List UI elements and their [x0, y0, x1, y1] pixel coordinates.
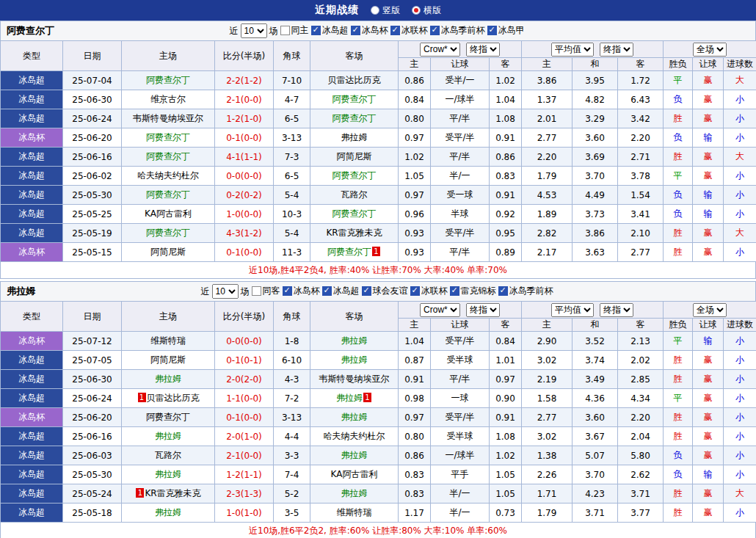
- score-cell[interactable]: 1-0(0-0): [215, 205, 274, 224]
- home-team-cell[interactable]: 维斯特瑞: [122, 332, 215, 351]
- euro-time-select[interactable]: 终指: [600, 43, 633, 57]
- home-team-cell[interactable]: 阿费查尔丁: [122, 408, 215, 427]
- away-team-cell[interactable]: 阿费查尔丁1: [310, 243, 399, 262]
- league-filter-checkbox[interactable]: [430, 26, 440, 35]
- away-team-cell[interactable]: KA阿古雷利: [310, 465, 399, 484]
- layout-option-horizontal[interactable]: 横版: [412, 4, 441, 17]
- away-team-cell[interactable]: 维斯特瑞: [310, 504, 399, 523]
- league-filter-checkbox[interactable]: [252, 286, 261, 296]
- league-filter[interactable]: 冰岛杯: [283, 285, 320, 297]
- league-filter[interactable]: 冰岛季前杯: [430, 24, 485, 37]
- score-cell[interactable]: 2-2(1-2): [215, 71, 274, 90]
- score-cell[interactable]: 0-1(0-0): [215, 128, 274, 148]
- odds-time-select[interactable]: 终指: [466, 303, 500, 317]
- score-cell[interactable]: 0-2(0-2): [215, 186, 274, 205]
- league-filter[interactable]: 冰联杯: [390, 24, 428, 37]
- league-filter-checkbox[interactable]: [390, 26, 400, 35]
- league-filter[interactable]: 冰岛超: [311, 24, 349, 37]
- away-team-cell[interactable]: 哈夫纳夫约杜尔: [310, 427, 399, 446]
- home-team-cell[interactable]: 1贝雷达比历克: [122, 389, 215, 408]
- euro-time-select[interactable]: 终指: [600, 303, 633, 317]
- away-team-cell[interactable]: 阿简尼斯: [310, 148, 399, 167]
- home-team-cell[interactable]: 哈夫纳夫约杜尔: [122, 167, 215, 186]
- away-team-cell[interactable]: 弗拉姆1: [310, 389, 399, 408]
- score-cell[interactable]: 2-0(2-0): [215, 370, 274, 389]
- home-team-cell[interactable]: 弗拉姆: [122, 427, 215, 446]
- home-team-cell[interactable]: 阿简尼斯: [122, 243, 215, 262]
- away-team-cell[interactable]: KR雷克雅未克: [310, 224, 399, 243]
- league-filter-checkbox[interactable]: [487, 26, 497, 35]
- away-team-cell[interactable]: 阿费查尔丁: [310, 90, 399, 109]
- scope-select[interactable]: 全场: [693, 303, 727, 317]
- home-team-cell[interactable]: KA阿古雷利: [122, 205, 215, 224]
- score-cell[interactable]: 2-1(0-0): [215, 90, 274, 109]
- score-cell[interactable]: 4-3(1-2): [215, 224, 274, 243]
- home-team-cell[interactable]: 1KR雷克雅未克: [122, 484, 215, 504]
- score-cell[interactable]: 1-2(1-0): [215, 109, 274, 128]
- home-team-cell[interactable]: 阿费查尔丁: [122, 224, 215, 243]
- league-filter[interactable]: 同主: [280, 24, 309, 37]
- odds-company-select[interactable]: Crow*: [420, 303, 460, 317]
- league-filter-checkbox[interactable]: [322, 286, 332, 296]
- away-team-cell[interactable]: 弗拉姆: [310, 332, 399, 351]
- home-team-cell[interactable]: 阿费查尔丁: [122, 148, 215, 167]
- league-filter[interactable]: 冰联杯: [410, 285, 448, 297]
- home-team-cell[interactable]: 阿费查尔丁: [122, 128, 215, 148]
- score-cell[interactable]: 2-0(1-0): [215, 427, 274, 446]
- league-filter-checkbox[interactable]: [280, 26, 290, 35]
- away-team-cell[interactable]: 弗拉姆: [310, 484, 399, 504]
- away-team-cell[interactable]: 瓦路尔: [310, 186, 399, 205]
- euro-company-select[interactable]: 平均值: [551, 43, 594, 57]
- league-filter-checkbox[interactable]: [450, 286, 459, 296]
- score-cell[interactable]: 1-1(0-0): [215, 389, 274, 408]
- league-filter[interactable]: 冰岛超: [322, 285, 360, 297]
- scope-select[interactable]: 全场: [693, 43, 727, 57]
- away-team-cell[interactable]: 弗拉姆: [310, 408, 399, 427]
- league-filter[interactable]: 冰岛甲: [487, 24, 525, 37]
- league-filter[interactable]: 冰岛杯: [351, 24, 388, 37]
- league-filter[interactable]: 球会友谊: [362, 285, 408, 297]
- home-team-cell[interactable]: 瓦路尔: [122, 446, 215, 465]
- home-team-cell[interactable]: 阿费查尔丁: [122, 186, 215, 205]
- league-filter-checkbox[interactable]: [283, 286, 292, 296]
- league-filter-checkbox[interactable]: [311, 26, 321, 35]
- home-team-cell[interactable]: 弗拉姆: [122, 465, 215, 484]
- home-team-cell[interactable]: 阿简尼斯: [122, 351, 215, 370]
- away-team-cell[interactable]: 弗拉姆: [310, 128, 399, 148]
- home-team-cell[interactable]: 弗拉姆: [122, 370, 215, 389]
- league-filter-checkbox[interactable]: [410, 286, 420, 296]
- league-filter-checkbox[interactable]: [498, 286, 508, 296]
- away-team-cell[interactable]: 阿费查尔丁: [310, 167, 399, 186]
- away-team-cell[interactable]: 阿费查尔丁: [310, 109, 399, 128]
- vertical-layout-radio[interactable]: [371, 6, 379, 15]
- score-cell[interactable]: 1-0(1-0): [215, 504, 274, 523]
- home-team-cell[interactable]: 弗拉姆: [122, 504, 215, 523]
- score-cell[interactable]: 2-3(1-3): [215, 484, 274, 504]
- match-count-select[interactable]: 10: [212, 284, 239, 299]
- home-team-cell[interactable]: 维京古尔: [122, 90, 215, 109]
- league-filter-checkbox[interactable]: [351, 26, 360, 35]
- layout-option-vertical[interactable]: 竖版: [371, 4, 400, 17]
- score-cell[interactable]: 0-0(0-0): [215, 167, 274, 186]
- score-cell[interactable]: 0-1(0-0): [215, 408, 274, 427]
- odds-time-select[interactable]: 终指: [466, 43, 500, 57]
- league-filter-checkbox[interactable]: [362, 286, 371, 296]
- euro-company-select[interactable]: 平均值: [551, 303, 594, 317]
- league-filter[interactable]: 雷克锦标: [450, 285, 496, 297]
- match-count-select[interactable]: 10: [241, 23, 267, 38]
- away-team-cell[interactable]: 韦斯特曼纳埃亚尔: [310, 370, 399, 389]
- odds-company-select[interactable]: Crow*: [420, 43, 460, 57]
- home-team-cell[interactable]: 韦斯特曼纳埃亚尔: [122, 109, 215, 128]
- away-team-cell[interactable]: 贝雷达比历克: [310, 71, 399, 90]
- horizontal-layout-radio[interactable]: [412, 6, 421, 15]
- home-team-cell[interactable]: 阿费查尔丁: [122, 71, 215, 90]
- score-cell[interactable]: 4-1(1-1): [215, 148, 274, 167]
- away-team-cell[interactable]: 阿费查尔丁: [310, 205, 399, 224]
- league-filter[interactable]: 同客: [252, 285, 280, 297]
- league-filter[interactable]: 冰岛季前杯: [498, 285, 553, 297]
- away-team-cell[interactable]: 弗拉姆: [310, 446, 399, 465]
- score-cell[interactable]: 2-1(0-0): [215, 446, 274, 465]
- score-cell[interactable]: 0-0(0-0): [215, 332, 274, 351]
- score-cell[interactable]: 0-1(0-1): [215, 351, 274, 370]
- score-cell[interactable]: 1-2(1-1): [215, 465, 274, 484]
